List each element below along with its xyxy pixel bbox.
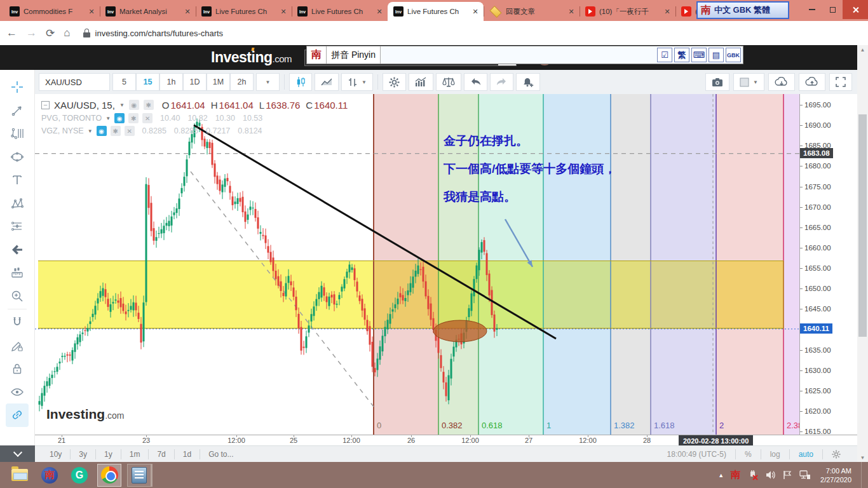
- timeframe-1D-button[interactable]: 1D: [183, 73, 207, 91]
- bar-style-button[interactable]: ▼: [341, 73, 373, 91]
- close-button[interactable]: [843, 0, 868, 19]
- legend-caret-icon[interactable]: ▼: [119, 102, 125, 108]
- visibility-eye-icon[interactable]: ◉: [97, 126, 107, 136]
- legend-symbol[interactable]: XAU/USD, 15,: [54, 100, 115, 111]
- chart-plot-area[interactable]: − XAU/USD, 15, ▼ ◉ ✱ O1641.04H1641.04L16…: [35, 94, 799, 435]
- magnet-tool[interactable]: [6, 311, 29, 334]
- tab-close-icon[interactable]: ✕: [471, 8, 480, 16]
- fullscreen-button[interactable]: [829, 73, 852, 91]
- layout-button[interactable]: ▼: [733, 73, 764, 91]
- timeframe-2h-button[interactable]: 2h: [230, 73, 254, 91]
- undo-button[interactable]: [464, 73, 487, 91]
- legend-collapse-icon[interactable]: −: [41, 101, 50, 109]
- percent-scale-button[interactable]: %: [736, 449, 761, 459]
- compare-button[interactable]: [436, 73, 461, 91]
- caret-down-icon[interactable]: ▼: [88, 128, 93, 134]
- range-1y-button[interactable]: 1y: [96, 449, 121, 459]
- browser-tab-6[interactable]: (10)「一夜行千✕: [580, 2, 675, 21]
- crosshair-tool[interactable]: [6, 76, 29, 99]
- tab-close-icon[interactable]: ✕: [87, 8, 96, 16]
- back-icon[interactable]: ←: [6, 27, 17, 39]
- tray-plug-icon[interactable]: [747, 470, 758, 480]
- tab-close-icon[interactable]: ✕: [183, 8, 192, 16]
- timeframe-dropdown[interactable]: ▼: [256, 73, 280, 91]
- taskbar-clock[interactable]: 7:00 AM 2/27/2020: [820, 466, 851, 484]
- ime-floating-toolbar[interactable]: 南 中文 GBK 繁體: [696, 1, 789, 19]
- log-scale-button[interactable]: log: [761, 449, 790, 459]
- legend-gear-icon[interactable]: ✱: [144, 100, 154, 110]
- link-tool[interactable]: [6, 403, 29, 427]
- axis-settings-button[interactable]: [823, 449, 850, 459]
- ime-mode-cell[interactable]: 拼音 Pinyin: [327, 46, 381, 64]
- chart-annotation-text[interactable]: 金子仍在掙扎。 下一個高/低點要等十多個鐘頭， 我猜是高點。: [444, 127, 616, 211]
- scroll-up-arrow[interactable]: ▲: [857, 45, 868, 54]
- time-axis[interactable]: 2020-02-28 13:00:00 212312:002512:002612…: [35, 435, 857, 445]
- minimize-button[interactable]: [802, 0, 822, 19]
- url-text[interactable]: investing.com/charts/futures-charts: [95, 29, 224, 38]
- forward-icon[interactable]: →: [26, 27, 37, 39]
- reload-icon[interactable]: ⟳: [46, 27, 55, 40]
- measure-tool[interactable]: [6, 261, 29, 285]
- remove-icon[interactable]: ✕: [125, 126, 135, 136]
- lock-all-tool[interactable]: [6, 357, 29, 381]
- scrollbar-thumb[interactable]: [858, 114, 867, 337]
- ime-app-taskbar-icon[interactable]: 南: [37, 464, 62, 487]
- snapshot-button[interactable]: [705, 73, 729, 91]
- legend-row-symbol[interactable]: PVG, TORONTO: [41, 114, 102, 123]
- indicators-button[interactable]: [409, 73, 433, 91]
- candlestick-style-button[interactable]: [289, 73, 312, 91]
- page-scrollbar[interactable]: ▲ ▼: [857, 45, 868, 462]
- alert-button[interactable]: [516, 73, 540, 91]
- timeframe-1h-button[interactable]: 1h: [159, 73, 183, 91]
- symbol-search-box[interactable]: XAU/USD: [39, 73, 110, 91]
- tray-expand-icon[interactable]: ▲: [718, 472, 724, 478]
- scroll-down-arrow[interactable]: ▼: [857, 453, 868, 462]
- row-settings-icon[interactable]: ✱: [111, 126, 121, 136]
- tab-close-icon[interactable]: ✕: [375, 8, 384, 16]
- ime-keyboard-button[interactable]: ⌨: [691, 48, 707, 62]
- tab-close-icon[interactable]: ✕: [279, 8, 288, 16]
- area-style-button[interactable]: [315, 73, 339, 91]
- browser-tab-2[interactable]: InvLive Futures Ch✕: [196, 2, 292, 21]
- grammarly-taskbar-icon[interactable]: G: [67, 464, 92, 487]
- range-10y-button[interactable]: 10y: [41, 449, 71, 459]
- show-desktop-button[interactable]: [861, 462, 864, 488]
- browser-tab-3[interactable]: InvLive Futures Ch✕: [292, 2, 388, 21]
- text-tool[interactable]: [6, 168, 29, 192]
- tray-volume-icon[interactable]: [765, 470, 776, 480]
- auto-scale-button[interactable]: auto: [790, 449, 823, 459]
- file-explorer-taskbar-icon[interactable]: [8, 464, 32, 487]
- legend-row-symbol[interactable]: VGZ, NYSE: [41, 126, 84, 135]
- home-icon[interactable]: ⌂: [64, 27, 70, 39]
- chrome-taskbar-icon[interactable]: [97, 464, 121, 487]
- ellipse-tool[interactable]: [6, 146, 29, 169]
- sidebar-collapse-bar[interactable]: [0, 445, 35, 462]
- highlight-ellipse[interactable]: [433, 320, 487, 342]
- forecast-tool[interactable]: [6, 215, 29, 238]
- tray-network-icon[interactable]: [799, 470, 811, 480]
- browser-tab-5[interactable]: 回覆文章✕: [484, 2, 580, 21]
- browser-tab-0[interactable]: InvCommodities F✕: [4, 2, 100, 21]
- ime-lang-cell[interactable]: 南: [307, 46, 327, 64]
- load-chart-button[interactable]: [768, 73, 795, 91]
- ime-doc-button[interactable]: ▤: [709, 48, 724, 62]
- zoom-in-tool[interactable]: [6, 285, 29, 308]
- browser-tab-1[interactable]: InvMarket Analysi✕: [100, 2, 196, 21]
- openoffice-taskbar-icon[interactable]: [127, 464, 151, 487]
- ime-traditional-button[interactable]: 繁: [674, 48, 689, 62]
- tray-flag-icon[interactable]: [783, 470, 792, 480]
- fib-lines-tool[interactable]: [6, 122, 29, 146]
- site-logo[interactable]: Investing.com: [211, 49, 292, 66]
- range-1m-button[interactable]: 1m: [121, 449, 149, 459]
- settings-button[interactable]: [383, 73, 406, 91]
- price-axis[interactable]: 1695.001690.001685.001680.001675.001670.…: [799, 94, 857, 435]
- browser-tab-4[interactable]: InvLive Futures Ch✕: [388, 2, 484, 21]
- hide-all-tool[interactable]: [6, 381, 29, 404]
- caret-down-icon[interactable]: ▼: [105, 116, 111, 121]
- legend-eye-icon[interactable]: ◉: [129, 100, 139, 110]
- drawing-lock-tool[interactable]: [6, 334, 29, 358]
- ime-gbk-button[interactable]: GBK: [726, 48, 741, 62]
- range-Goto-button[interactable]: Go to...: [200, 449, 241, 459]
- range-7d-button[interactable]: 7d: [149, 449, 174, 459]
- timeframe-5-button[interactable]: 5: [112, 73, 136, 91]
